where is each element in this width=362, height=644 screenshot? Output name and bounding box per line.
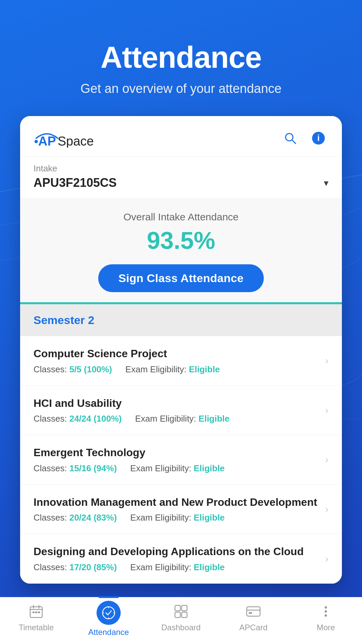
- course-meta: Classes: 17/20 (85%) Exam Eligibility: E…: [34, 562, 320, 573]
- svg-rect-21: [175, 612, 180, 618]
- course-eligibility: Exam Eligibility: Eligible: [130, 463, 225, 474]
- info-button[interactable]: i: [308, 128, 328, 148]
- timetable-nav-label: Timetable: [19, 623, 54, 632]
- course-item[interactable]: Designing and Developing Applications on…: [20, 534, 342, 584]
- course-eligibility-value: Eligible: [194, 562, 225, 572]
- course-name: Innovation Management and New Product De…: [34, 495, 320, 509]
- app-header: AP Space i: [20, 116, 342, 156]
- course-classes-value: 15/16 (94%): [69, 463, 117, 473]
- course-classes-value: 20/24 (83%): [69, 513, 117, 523]
- apcard-icon: [245, 603, 262, 620]
- intake-section[interactable]: Intake APU3F2105CS ▾: [20, 156, 342, 198]
- timetable-icon: [27, 603, 45, 620]
- course-eligibility: Exam Eligibility: Eligible: [135, 414, 230, 424]
- svg-rect-23: [247, 607, 260, 616]
- intake-label: Intake: [34, 163, 328, 174]
- course-chevron-icon: ›: [325, 454, 328, 465]
- search-button[interactable]: [280, 128, 300, 148]
- course-content: Emergent Technology Classes: 15/16 (94%)…: [34, 446, 320, 474]
- svg-rect-19: [175, 605, 180, 611]
- more-nav-label: More: [317, 623, 335, 632]
- intake-selector[interactable]: APU3F2105CS ▾: [34, 176, 328, 190]
- course-item[interactable]: Computer Science Project Classes: 5/5 (1…: [20, 336, 342, 386]
- apcard-nav-label: APCard: [239, 623, 267, 632]
- course-classes: Classes: 20/24 (83%): [34, 513, 117, 523]
- course-eligibility-value: Eligible: [198, 414, 229, 424]
- more-icon: [317, 603, 335, 620]
- svg-text:i: i: [317, 133, 319, 143]
- course-classes: Classes: 5/5 (100%): [34, 364, 112, 375]
- course-meta: Classes: 5/5 (100%) Exam Eligibility: El…: [34, 364, 320, 375]
- header-icons: i: [280, 128, 328, 148]
- course-content: Computer Science Project Classes: 5/5 (1…: [34, 347, 320, 375]
- course-eligibility: Exam Eligibility: Eligible: [130, 513, 225, 523]
- nav-item-apcard[interactable]: APCard: [217, 603, 290, 632]
- course-name: HCI and Usability: [34, 396, 320, 411]
- course-name: Designing and Developing Applications on…: [34, 545, 320, 559]
- svg-point-28: [325, 614, 327, 616]
- overview-label: Overall Intake Attendance: [34, 211, 328, 223]
- course-chevron-icon: ›: [325, 553, 328, 565]
- nav-item-more[interactable]: More: [290, 603, 362, 632]
- app-logo: AP Space: [34, 129, 107, 148]
- main-card: AP Space i Intake APU3F2105CS: [20, 116, 342, 584]
- course-classes: Classes: 24/24 (100%): [34, 414, 122, 424]
- intake-dropdown-icon: ▾: [324, 177, 328, 189]
- attendance-overview: Overall Intake Attendance 93.5% Sign Cla…: [20, 198, 342, 302]
- course-content: HCI and Usability Classes: 24/24 (100%) …: [34, 396, 320, 424]
- course-meta: Classes: 20/24 (83%) Exam Eligibility: E…: [34, 513, 320, 523]
- svg-text:AP: AP: [38, 134, 56, 148]
- page-subtitle: Get an overview of your attendance: [20, 82, 342, 96]
- course-meta: Classes: 15/16 (94%) Exam Eligibility: E…: [34, 463, 320, 474]
- course-content: Designing and Developing Applications on…: [34, 545, 320, 573]
- attendance-active-indicator: [99, 596, 119, 598]
- svg-point-14: [103, 607, 115, 619]
- course-meta: Classes: 24/24 (100%) Exam Eligibility: …: [34, 414, 320, 424]
- course-classes-value: 17/20 (85%): [69, 562, 117, 572]
- course-list: Computer Science Project Classes: 5/5 (1…: [20, 336, 342, 584]
- course-eligibility-value: Eligible: [189, 364, 220, 374]
- svg-point-0: [35, 140, 38, 143]
- attendance-nav-label: Attendance: [88, 628, 129, 637]
- semester-title: Semester 2: [34, 314, 328, 327]
- dashboard-nav-label: Dashboard: [161, 623, 200, 632]
- course-classes: Classes: 15/16 (94%): [34, 463, 117, 474]
- course-eligibility-value: Eligible: [194, 463, 225, 473]
- dashboard-icon: [172, 603, 190, 620]
- bottom-navigation: Timetable Attendance Dashboard: [0, 597, 362, 644]
- overview-percent: 93.5%: [34, 227, 328, 254]
- nav-item-dashboard[interactable]: Dashboard: [145, 603, 217, 632]
- svg-rect-20: [182, 605, 187, 611]
- course-chevron-icon: ›: [325, 503, 328, 515]
- course-item[interactable]: HCI and Usability Classes: 24/24 (100%) …: [20, 386, 342, 435]
- semester-header: Semester 2: [20, 304, 342, 336]
- course-name: Computer Science Project: [34, 347, 320, 361]
- course-chevron-icon: ›: [325, 355, 328, 366]
- svg-text:Space: Space: [58, 134, 94, 148]
- course-chevron-icon: ›: [325, 405, 328, 416]
- nav-item-attendance[interactable]: Attendance: [72, 598, 145, 637]
- course-eligibility: Exam Eligibility: Eligible: [125, 364, 220, 375]
- page-title: Attendance: [20, 40, 342, 75]
- sign-attendance-button[interactable]: Sign Class Attendance: [98, 264, 263, 292]
- svg-rect-12: [35, 611, 37, 613]
- svg-point-26: [325, 606, 327, 608]
- course-item[interactable]: Innovation Management and New Product De…: [20, 485, 342, 534]
- svg-rect-11: [33, 611, 35, 613]
- course-classes: Classes: 17/20 (85%): [34, 562, 117, 573]
- course-eligibility: Exam Eligibility: Eligible: [130, 562, 225, 573]
- nav-item-timetable[interactable]: Timetable: [0, 603, 72, 632]
- course-name: Emergent Technology: [34, 446, 320, 460]
- course-item[interactable]: Emergent Technology Classes: 15/16 (94%)…: [20, 435, 342, 485]
- attendance-icon: [97, 601, 121, 625]
- course-eligibility-value: Eligible: [194, 513, 225, 523]
- page-header: Attendance Get an overview of your atten…: [0, 0, 362, 116]
- course-classes-value: 24/24 (100%): [69, 414, 122, 424]
- svg-point-27: [325, 610, 327, 612]
- svg-line-4: [292, 140, 296, 144]
- course-classes-value: 5/5 (100%): [69, 364, 112, 374]
- svg-rect-13: [38, 611, 40, 613]
- svg-rect-25: [249, 612, 252, 614]
- svg-rect-22: [182, 612, 187, 618]
- intake-value: APU3F2105CS: [34, 176, 117, 190]
